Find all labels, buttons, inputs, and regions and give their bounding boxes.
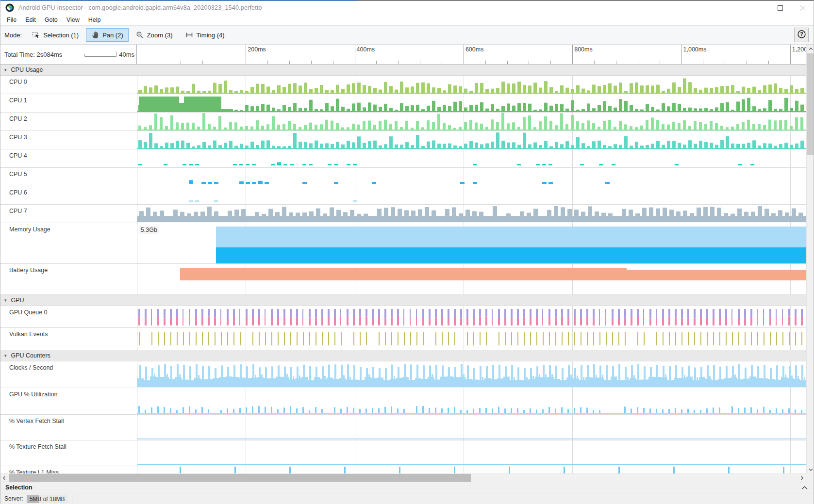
ruler-major-tick — [246, 45, 246, 64]
horizontal-scrollbar[interactable] — [0, 473, 806, 482]
vertical-scroll-thumb[interactable] — [807, 53, 814, 155]
collapse-triangle-icon[interactable]: ▾ — [4, 67, 7, 72]
section-header-gpu[interactable]: ▾GPU — [0, 295, 806, 306]
menu-item-edit[interactable]: Edit — [21, 16, 40, 24]
agi-logo-icon — [5, 3, 14, 12]
memory-value-label: 5.3Gb — [139, 226, 159, 234]
mode-button-selection[interactable]: Selection (1) — [27, 28, 84, 42]
server-memory-progress: 5MB of 18MB — [27, 495, 67, 503]
track-row-cpu-6: CPU 6 — [0, 186, 806, 205]
help-button[interactable]: ? — [794, 28, 809, 42]
track-chart-cpu-7[interactable] — [137, 205, 806, 223]
track-label: CPU 4 — [0, 149, 137, 167]
ruler-minor-tick — [398, 61, 399, 64]
track-label: CPU 0 — [0, 76, 137, 94]
track-chart--texture-fetch-stall[interactable] — [137, 440, 806, 466]
track-label: CPU 5 — [0, 168, 137, 186]
horizontal-scroll-thumb[interactable] — [9, 474, 471, 482]
ruler-major-tick — [790, 45, 791, 64]
ruler-minor-tick — [529, 61, 529, 64]
menu-item-file[interactable]: File — [2, 16, 21, 24]
track-chart-battery-usage[interactable] — [137, 264, 806, 295]
track-label: % Vertex Fetch Stall — [0, 415, 137, 440]
ruler-minor-tick — [725, 61, 725, 64]
toolbar: Mode: Selection (1)Pan (2)Zoom (3)Timing… — [0, 25, 814, 45]
ruler-minor-tick — [376, 61, 377, 64]
ruler-major-tick — [681, 45, 682, 64]
ruler-major-tick — [355, 45, 355, 64]
menu-item-help[interactable]: Help — [84, 16, 105, 24]
ruler-minor-tick — [660, 61, 660, 64]
track-chart-cpu-2[interactable] — [137, 113, 806, 131]
track-label: GPU Queue 0 — [0, 306, 137, 327]
ruler-minor-tick — [703, 61, 703, 64]
vertical-scrollbar[interactable] — [806, 45, 814, 473]
ruler-tick-label: 800ms — [574, 46, 593, 53]
track-row-cpu-3: CPU 3 — [0, 131, 806, 149]
track-chart-gpu-queue-0[interactable] — [137, 306, 806, 328]
track-row-memory-usage: Memory Usage5.3Gb — [0, 223, 806, 264]
ruler-minor-tick — [420, 61, 420, 64]
timeline-tracks: ▾CPU UsageCPU 0CPU 1CPU 2CPU 3CPU 4CPU 5… — [0, 65, 806, 473]
track-row-gpu-utilization: GPU % Utilization — [0, 388, 806, 415]
mode-button-timing[interactable]: Timing (4) — [180, 28, 230, 42]
track-label: GPU % Utilization — [0, 388, 137, 414]
ruler-tick-label: 200ms — [248, 46, 266, 53]
track-chart-gpu-utilization[interactable] — [137, 388, 806, 415]
ruler-minor-tick — [159, 61, 159, 64]
track-row-cpu-1: CPU 1 — [0, 94, 806, 113]
mode-button-zoom[interactable]: Zoom (3) — [131, 28, 178, 42]
scroll-down-arrow-icon[interactable] — [807, 465, 814, 473]
track-row-cpu-0: CPU 0 — [0, 76, 806, 94]
menu-item-goto[interactable]: Goto — [40, 16, 62, 24]
scroll-right-arrow-icon[interactable] — [798, 474, 806, 482]
track-chart-clocks-second[interactable] — [137, 361, 806, 388]
pan-hand-icon — [91, 31, 99, 39]
track-chart-cpu-5[interactable] — [137, 168, 806, 186]
mode-button-pan[interactable]: Pan (2) — [86, 28, 129, 42]
mode-label: Mode: — [4, 32, 22, 39]
selection-panel-header[interactable]: Selection — [0, 482, 814, 493]
track-chart-vulkan-events[interactable] — [137, 328, 806, 350]
ruler-minor-tick — [594, 61, 595, 64]
menu-item-view[interactable]: View — [62, 16, 84, 24]
scroll-up-arrow-icon[interactable] — [807, 45, 814, 53]
section-header-cpu-usage[interactable]: ▾CPU Usage — [0, 65, 806, 76]
ruler-minor-tick — [768, 61, 769, 64]
ruler-timeline[interactable]: 200ms400ms600ms800ms1,000ms1,200ms — [137, 45, 806, 64]
maximize-button[interactable] — [769, 1, 791, 15]
track-chart-cpu-1[interactable] — [137, 94, 806, 113]
collapse-triangle-icon[interactable]: ▾ — [4, 298, 7, 303]
minimize-button[interactable] — [747, 1, 769, 15]
ruler-summary: Total Time: 2s084ms 40ms — [0, 45, 137, 64]
track-chart-memory-usage[interactable]: 5.3Gb — [137, 223, 806, 264]
mode-button-label: Selection (1) — [43, 32, 79, 39]
track-chart-cpu-0[interactable] — [137, 76, 806, 94]
timing-icon — [185, 31, 193, 39]
track-chart--texture-l1-miss[interactable] — [137, 466, 806, 473]
mode-button-label: Pan (2) — [102, 32, 123, 39]
track-label: CPU 7 — [0, 205, 137, 223]
track-chart-cpu-4[interactable] — [137, 149, 806, 168]
section-header-gpu-counters[interactable]: ▾GPU Counters — [0, 350, 806, 361]
track-chart-cpu-3[interactable] — [137, 131, 806, 149]
track-row-cpu-5: CPU 5 — [0, 168, 806, 186]
help-icon: ? — [797, 30, 806, 40]
window-title: Android GPU Inspector - com.google.andro… — [18, 4, 262, 11]
ruler-minor-tick — [550, 61, 551, 64]
status-bar: Server: 5MB of 18MB — [0, 493, 814, 504]
collapse-triangle-icon[interactable]: ▾ — [4, 353, 7, 358]
track-row-battery-usage: Battery Usage — [0, 264, 806, 295]
timeline-ruler[interactable]: Total Time: 2s084ms 40ms 200ms400ms600ms… — [0, 45, 814, 65]
ruler-minor-tick — [289, 61, 290, 64]
scale-bracket-icon — [84, 50, 116, 59]
ruler-minor-tick — [485, 61, 486, 64]
close-button[interactable] — [791, 1, 814, 15]
track-chart-cpu-6[interactable] — [137, 186, 806, 205]
track-chart--vertex-fetch-stall[interactable] — [137, 415, 806, 440]
ruler-minor-tick — [747, 61, 747, 64]
chevron-up-icon[interactable] — [801, 483, 808, 492]
track-label: CPU 6 — [0, 186, 137, 204]
ruler-tick-label: 400ms — [357, 46, 375, 53]
scroll-left-arrow-icon[interactable] — [0, 474, 8, 482]
